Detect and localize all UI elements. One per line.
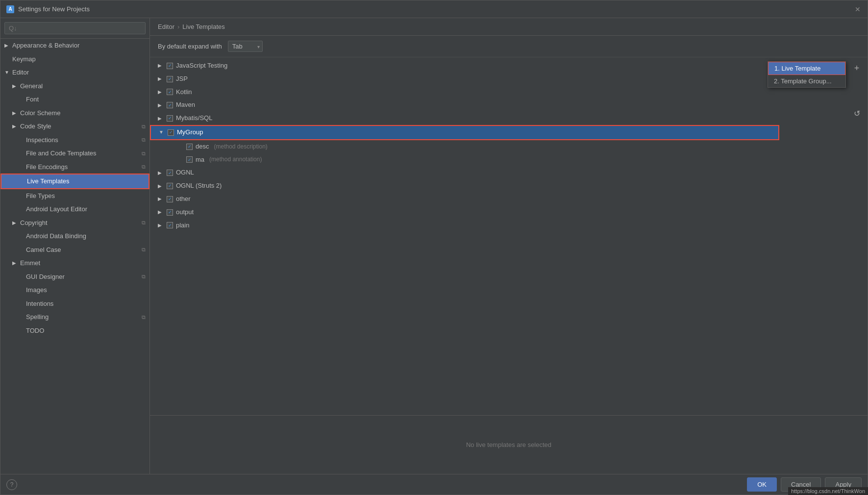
group-checkbox[interactable]	[167, 76, 173, 82]
templates-container: ▶ JavaScript Testing ▶ JSP	[150, 57, 868, 474]
template-group-ognl-struts2[interactable]: ▶ OGNL (Struts 2)	[150, 179, 779, 193]
toolbar: By default expand with Tab Enter Space ▾	[150, 36, 868, 57]
group-checkbox[interactable]	[167, 222, 173, 228]
sidebar-item-label: Android Data Binding	[26, 231, 86, 241]
group-name: MyGroup	[177, 127, 203, 138]
sidebar-item-android-data-binding[interactable]: Android Data Binding	[0, 229, 149, 243]
sidebar: ▶ Appearance & Behavior Keymap ▼ Editor …	[0, 18, 150, 474]
expand-arrow-icon: ▶	[158, 88, 164, 96]
sidebar-item-label: Intentions	[26, 299, 53, 309]
add-button-area: + 1. Live Template 2. Template Group...	[850, 61, 864, 75]
sidebar-item-live-templates[interactable]: Live Templates	[0, 173, 149, 189]
main-content: ▶ Appearance & Behavior Keymap ▼ Editor …	[0, 18, 868, 474]
add-button[interactable]: +	[850, 61, 864, 75]
group-checkbox[interactable]	[168, 129, 174, 136]
settings-window: A Settings for New Projects ✕ ▶ Appearan…	[0, 0, 868, 495]
group-checkbox[interactable]	[167, 63, 173, 69]
group-name: JavaScript Testing	[176, 61, 227, 71]
expand-arrow-icon: ▼	[159, 128, 165, 136]
template-group-ognl[interactable]: ▶ OGNL	[150, 166, 779, 179]
group-checkbox[interactable]	[167, 196, 173, 202]
bottom-bar: ? OK Cancel Apply	[0, 474, 868, 495]
group-checkbox[interactable]	[167, 89, 173, 95]
item-checkbox[interactable]	[186, 144, 193, 150]
expand-arrow-icon: ▶	[158, 169, 164, 177]
copy-icon: ⧉	[142, 163, 146, 171]
group-name: Maven	[176, 100, 195, 110]
template-group-kotlin[interactable]: ▶ Kotlin	[150, 86, 779, 99]
sidebar-item-file-code-templates[interactable]: File and Code Templates ⧉	[0, 147, 149, 160]
context-menu-live-template[interactable]: 1. Live Template	[768, 62, 845, 75]
template-item-desc[interactable]: desc (method description)	[150, 140, 779, 153]
sidebar-item-spelling[interactable]: Spelling ⧉	[0, 310, 149, 324]
sidebar-item-font[interactable]: Font	[0, 93, 149, 106]
sidebar-item-inspections[interactable]: Inspections ⧉	[0, 133, 149, 147]
item-name: ma	[196, 155, 204, 165]
sidebar-item-label: Inspections	[26, 135, 58, 145]
sidebar-item-emmet[interactable]: ▶ Emmet	[0, 256, 149, 270]
sidebar-item-general[interactable]: ▶ General	[0, 79, 149, 93]
sidebar-item-android-layout-editor[interactable]: Android Layout Editor	[0, 202, 149, 216]
template-group-maven[interactable]: ▶ Maven	[150, 99, 779, 112]
sidebar-item-file-types[interactable]: File Types	[0, 189, 149, 203]
close-button[interactable]: ✕	[854, 5, 862, 13]
title-bar-left: A Settings for New Projects	[6, 5, 90, 13]
group-checkbox[interactable]	[167, 170, 173, 176]
context-menu-template-group[interactable]: 2. Template Group...	[768, 75, 845, 87]
sidebar-item-editor[interactable]: ▼ Editor	[0, 66, 149, 79]
sidebar-item-label: Appearance & Behavior	[12, 41, 79, 50]
sidebar-item-label: Emmet	[20, 258, 40, 268]
group-checkbox[interactable]	[167, 209, 173, 216]
group-checkbox[interactable]	[167, 183, 173, 189]
sidebar-item-label: Copyright	[20, 218, 48, 228]
sidebar-item-images[interactable]: Images	[0, 283, 149, 297]
group-checkbox[interactable]	[167, 115, 173, 122]
template-group-other[interactable]: ▶ other	[150, 193, 779, 206]
app-icon: A	[6, 5, 14, 13]
template-group-output[interactable]: ▶ output	[150, 206, 779, 219]
sidebar-item-copyright[interactable]: ▶ Copyright ⧉	[0, 216, 149, 230]
sidebar-item-appearance[interactable]: ▶ Appearance & Behavior	[0, 39, 149, 52]
template-group-plain[interactable]: ▶ plain	[150, 219, 779, 232]
sidebar-item-label: Live Templates	[27, 176, 69, 186]
copy-icon: ⧉	[142, 136, 146, 144]
sidebar-item-label: Images	[26, 285, 47, 295]
sidebar-item-color-scheme[interactable]: ▶ Color Scheme	[0, 106, 149, 120]
dropdown-wrapper: Tab Enter Space ▾	[228, 41, 263, 52]
sidebar-item-camel-case[interactable]: Camel Case ⧉	[0, 243, 149, 257]
bottom-left: ?	[6, 479, 17, 490]
sidebar-item-label: Color Scheme	[20, 108, 60, 118]
template-group-jsp[interactable]: ▶ JSP	[150, 73, 779, 86]
expand-arrow-icon: ▶	[158, 115, 164, 123]
group-name: plain	[176, 221, 189, 231]
reset-button[interactable]: ↺	[850, 106, 864, 120]
group-checkbox[interactable]	[167, 102, 173, 108]
item-checkbox[interactable]	[186, 156, 193, 163]
sidebar-item-label: Android Layout Editor	[26, 204, 87, 214]
sidebar-item-code-style[interactable]: ▶ Code Style ⧉	[0, 120, 149, 133]
template-group-js-testing[interactable]: ▶ JavaScript Testing	[150, 59, 779, 73]
template-item-ma[interactable]: ma (method annotation)	[150, 153, 779, 167]
breadcrumb: Editor › Live Templates	[150, 18, 868, 36]
right-panel: Editor › Live Templates By default expan…	[150, 18, 868, 474]
template-group-mybatis[interactable]: ▶ Mybatis/SQL	[150, 112, 779, 125]
sidebar-tree: ▶ Appearance & Behavior Keymap ▼ Editor …	[0, 39, 149, 474]
sidebar-item-keymap[interactable]: Keymap	[0, 52, 149, 66]
expand-dropdown[interactable]: Tab Enter Space	[228, 41, 263, 52]
group-name: JSP	[176, 74, 188, 84]
expand-arrow: ▶	[12, 259, 18, 267]
search-input[interactable]	[4, 22, 146, 34]
sidebar-item-file-encodings[interactable]: File Encodings ⧉	[0, 160, 149, 174]
template-group-mygroup[interactable]: ▼ MyGroup	[150, 125, 779, 140]
item-desc: (method description)	[214, 142, 267, 151]
help-button[interactable]: ?	[6, 479, 17, 490]
sidebar-item-todo[interactable]: TODO	[0, 324, 149, 338]
sidebar-item-label: Code Style	[20, 122, 51, 131]
ok-button[interactable]: OK	[747, 477, 777, 492]
group-name: output	[176, 207, 194, 218]
sidebar-item-intentions[interactable]: Intentions	[0, 297, 149, 311]
sidebar-item-label: Keymap	[12, 54, 36, 64]
sidebar-item-gui-designer[interactable]: GUI Designer ⧉	[0, 270, 149, 284]
expand-arrow-icon: ▶	[158, 208, 164, 216]
sidebar-item-label: Font	[26, 95, 39, 104]
